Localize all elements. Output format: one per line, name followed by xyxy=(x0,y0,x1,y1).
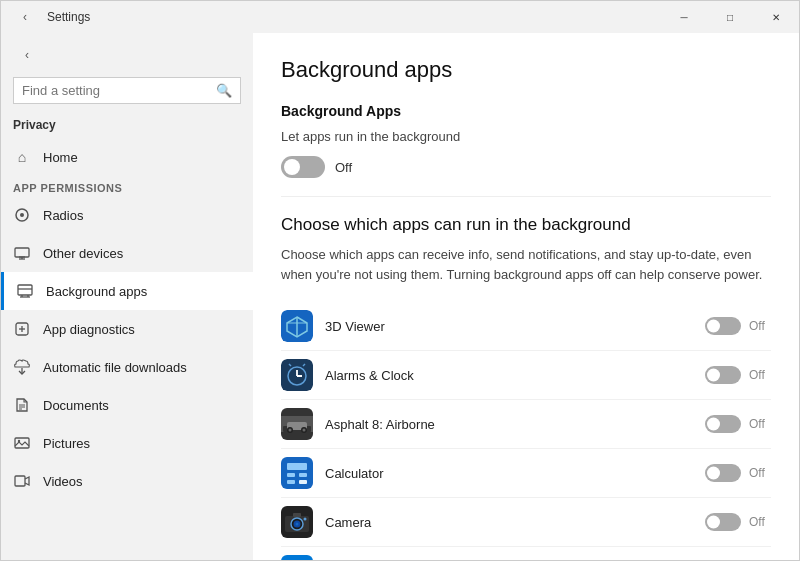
app-toggle-row: Off xyxy=(705,415,771,433)
app-toggle-switch[interactable] xyxy=(705,317,741,335)
app-name: Asphalt 8: Airborne xyxy=(325,417,693,432)
svg-rect-40 xyxy=(287,463,307,470)
app-name: Calculator xyxy=(325,466,693,481)
main-layout: ‹ 🔍 Privacy ⌂ Home App permissions xyxy=(1,33,799,560)
toggle-knob xyxy=(284,159,300,175)
sidebar-item-label-other-devices: Other devices xyxy=(43,246,123,261)
bg-apps-toggle-label: Off xyxy=(335,160,352,175)
app-diagnostics-icon xyxy=(13,320,31,338)
window-controls: ─ □ ✕ xyxy=(661,1,799,33)
section-divider xyxy=(281,196,771,197)
svg-rect-6 xyxy=(18,285,32,295)
videos-icon xyxy=(13,472,31,490)
app-list: 3D ViewerOffAlarms & ClockOffAsphalt 8: … xyxy=(281,302,771,560)
app-toggle-label: Off xyxy=(749,515,771,529)
app-toggle-label: Off xyxy=(749,466,771,480)
app-toggle-row: Off xyxy=(705,513,771,531)
radios-icon xyxy=(13,206,31,224)
bg-apps-toggle[interactable] xyxy=(281,156,325,178)
window-title: Settings xyxy=(47,10,90,24)
app-toggle-row: Off xyxy=(705,317,771,335)
svg-point-38 xyxy=(303,429,306,432)
app-row: 3D ViewerOff xyxy=(281,302,771,351)
svg-rect-50 xyxy=(293,513,301,517)
app-toggle-switch[interactable] xyxy=(705,513,741,531)
app-row: CortanaOff xyxy=(281,547,771,560)
app-toggle-switch[interactable] xyxy=(705,464,741,482)
app-toggle-label: Off xyxy=(749,417,771,431)
toggle-knob xyxy=(707,516,720,529)
app-toggle-row: Off xyxy=(705,366,771,384)
app-icon xyxy=(281,408,313,440)
sidebar-items: ⌂ Home App permissions Radios xyxy=(1,138,253,560)
app-toggle-switch[interactable] xyxy=(705,366,741,384)
svg-point-37 xyxy=(289,429,292,432)
app-toggle-switch[interactable] xyxy=(705,415,741,433)
svg-rect-18 xyxy=(15,438,29,448)
svg-point-49 xyxy=(296,523,299,526)
sidebar-item-label-videos: Videos xyxy=(43,474,83,489)
background-apps-icon xyxy=(16,282,34,300)
app-row: Asphalt 8: AirborneOff xyxy=(281,400,771,449)
other-devices-icon xyxy=(13,244,31,262)
sidebar-item-background-apps[interactable]: Background apps xyxy=(1,272,253,310)
toggle-knob xyxy=(707,320,720,333)
svg-rect-52 xyxy=(281,555,313,560)
svg-rect-42 xyxy=(299,473,307,477)
toggle-knob xyxy=(707,467,720,480)
app-icon xyxy=(281,506,313,538)
pictures-icon xyxy=(13,434,31,452)
choose-title: Choose which apps can run in the backgro… xyxy=(281,215,771,235)
search-box[interactable]: 🔍 xyxy=(13,77,241,104)
close-button[interactable]: ✕ xyxy=(753,1,799,33)
content-area: Background apps Background Apps Let apps… xyxy=(253,33,799,560)
home-icon: ⌂ xyxy=(13,148,31,166)
sidebar-item-videos[interactable]: Videos xyxy=(1,462,253,500)
maximize-button[interactable]: □ xyxy=(707,1,753,33)
sidebar-subsection-label: App permissions xyxy=(1,176,253,196)
sidebar-item-other-devices[interactable]: Other devices xyxy=(1,234,253,272)
sidebar-item-pictures[interactable]: Pictures xyxy=(1,424,253,462)
toggle-knob xyxy=(707,369,720,382)
svg-rect-44 xyxy=(299,480,307,484)
app-row: Alarms & ClockOff xyxy=(281,351,771,400)
app-icon xyxy=(281,310,313,342)
bg-apps-section-title: Background Apps xyxy=(281,103,771,119)
sidebar-item-home[interactable]: ⌂ Home xyxy=(1,138,253,176)
sidebar-nav-top: ‹ xyxy=(1,33,253,77)
sidebar-item-auto-file-downloads[interactable]: Automatic file downloads xyxy=(1,348,253,386)
sidebar-item-label-home: Home xyxy=(43,150,78,165)
auto-file-downloads-icon xyxy=(13,358,31,376)
svg-point-1 xyxy=(20,213,24,217)
app-icon xyxy=(281,359,313,391)
sidebar: ‹ 🔍 Privacy ⌂ Home App permissions xyxy=(1,33,253,560)
svg-rect-43 xyxy=(287,480,295,484)
app-icon xyxy=(281,555,313,560)
sidebar-section-label: Privacy xyxy=(1,114,253,138)
app-name: 3D Viewer xyxy=(325,319,693,334)
title-bar: ‹ Settings ─ □ ✕ xyxy=(1,1,799,33)
back-button[interactable]: ‹ xyxy=(11,3,39,31)
sidebar-item-app-diagnostics[interactable]: App diagnostics xyxy=(1,310,253,348)
app-icon xyxy=(281,457,313,489)
search-input[interactable] xyxy=(22,83,210,98)
sidebar-back-arrow[interactable]: ‹ xyxy=(13,41,41,69)
sidebar-item-label-radios: Radios xyxy=(43,208,83,223)
svg-rect-39 xyxy=(281,457,313,489)
app-name: Camera xyxy=(325,515,693,530)
sidebar-item-radios[interactable]: Radios xyxy=(1,196,253,234)
sidebar-item-label-background-apps: Background apps xyxy=(46,284,147,299)
choose-desc: Choose which apps can receive info, send… xyxy=(281,245,771,284)
svg-rect-41 xyxy=(287,473,295,477)
app-row: CalculatorOff xyxy=(281,449,771,498)
sidebar-item-label-auto-file-downloads: Automatic file downloads xyxy=(43,360,187,375)
bg-apps-toggle-row: Off xyxy=(281,156,771,178)
minimize-button[interactable]: ─ xyxy=(661,1,707,33)
sidebar-item-label-app-diagnostics: App diagnostics xyxy=(43,322,135,337)
sidebar-item-documents[interactable]: Documents xyxy=(1,386,253,424)
svg-rect-2 xyxy=(15,248,29,257)
settings-window: ‹ Settings ─ □ ✕ ‹ 🔍 Privacy ⌂ Home xyxy=(0,0,800,561)
app-name: Alarms & Clock xyxy=(325,368,693,383)
app-row: CameraOff xyxy=(281,498,771,547)
app-toggle-label: Off xyxy=(749,368,771,382)
